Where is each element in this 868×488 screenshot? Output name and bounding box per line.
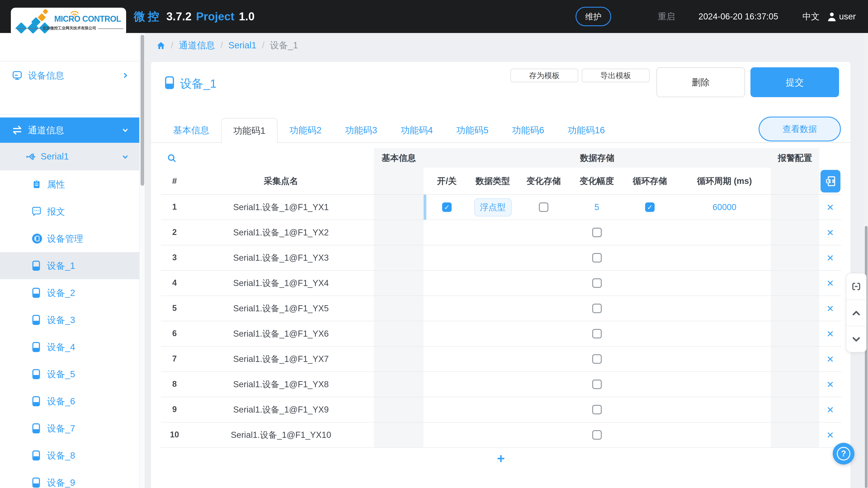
submit-button[interactable]: 提交 [750, 67, 839, 97]
delete-row-button[interactable]: ✕ [827, 354, 834, 364]
change-amplitude-value[interactable]: 5 [594, 202, 599, 212]
delete-row-button[interactable]: ✕ [827, 328, 834, 339]
delete-row-button[interactable]: ✕ [827, 278, 834, 289]
fit-icon [851, 281, 862, 292]
point-name[interactable]: Serial1.设备_1@F1_YX8 [233, 379, 329, 390]
point-name[interactable]: Serial1.设备_1@F1_YX3 [233, 252, 329, 264]
sidebar-item-attributes[interactable]: 属性 [0, 171, 145, 198]
sidebar-item-设备_6[interactable]: 设备_6 [0, 388, 145, 415]
help-button[interactable]: ? [833, 443, 855, 464]
delete-row-button[interactable]: ✕ [827, 404, 834, 415]
tab-功能码6[interactable]: 功能码6 [500, 118, 556, 143]
scroll-up-button[interactable] [846, 300, 866, 326]
row-index: 4 [172, 278, 177, 288]
change-amplitude-cell [572, 347, 622, 372]
point-name[interactable]: Serial1.设备_1@F1_YX6 [233, 328, 329, 339]
delete-cell: ✕ [819, 372, 841, 397]
delete-row-button[interactable]: ✕ [827, 429, 834, 440]
checkbox[interactable]: ✓ [645, 202, 655, 212]
checkbox[interactable] [592, 354, 601, 364]
sidebar-item-设备_4[interactable]: 设备_4 [0, 333, 145, 361]
tab-功能码4[interactable]: 功能码4 [389, 118, 445, 143]
checkbox[interactable] [592, 430, 601, 440]
scrollbar-thumb[interactable] [865, 226, 868, 488]
point-name[interactable]: Serial1.设备_1@F1_YX4 [233, 277, 329, 289]
tab-功能码5[interactable]: 功能码5 [445, 118, 500, 143]
sidebar-item-设备_9[interactable]: 设备_9 [0, 469, 145, 488]
add-point-button[interactable]: + [471, 450, 530, 468]
save-template-button[interactable]: 存为模板 [510, 69, 578, 82]
change-amplitude-cell: 5 [572, 195, 622, 220]
tab-功能码1[interactable]: 功能码1 [221, 118, 278, 143]
checkbox[interactable] [592, 329, 601, 338]
sidebar-item-label: 设备_8 [47, 449, 75, 462]
col-change-amplitude: 变化幅度 [580, 175, 614, 187]
breadcrumb-separator: / [220, 40, 223, 51]
tab-基本信息[interactable]: 基本信息 [161, 118, 221, 143]
home-icon[interactable] [156, 41, 165, 50]
checkbox[interactable] [592, 380, 601, 389]
view-data-button[interactable]: 查看数据 [758, 117, 841, 141]
scrollbar-thumb[interactable] [141, 35, 144, 186]
delete-row-button[interactable]: ✕ [827, 252, 834, 263]
sidebar-item-设备_5[interactable]: 设备_5 [0, 361, 145, 388]
excel-icon [825, 175, 836, 187]
onoff-cell [424, 372, 470, 397]
point-name[interactable]: Serial1.设备_1@F1_YX9 [233, 404, 329, 416]
tab-功能码3[interactable]: 功能码3 [333, 118, 389, 143]
tablet-icon [32, 287, 41, 298]
device-manage-icon [32, 233, 42, 244]
tab-功能码16[interactable]: 功能码16 [556, 118, 617, 143]
sidebar-item-serial1[interactable]: Serial1 [0, 143, 145, 170]
delete-row-button[interactable]: ✕ [827, 227, 834, 238]
checkbox[interactable] [592, 278, 601, 288]
search-icon[interactable] [167, 153, 177, 163]
sidebar-item-设备_2[interactable]: 设备_2 [0, 279, 145, 306]
change-amplitude-cell [572, 397, 622, 422]
breadcrumb-channel-info[interactable]: 通道信息 [179, 39, 215, 52]
breadcrumb-serial1[interactable]: Serial1 [228, 40, 256, 51]
data-type-tag[interactable]: 浮点型 [474, 198, 512, 216]
checkbox[interactable] [592, 228, 601, 237]
onoff-cell [424, 397, 470, 422]
sidebar-scrollbar[interactable] [139, 33, 145, 488]
restart-button[interactable]: 重启 [658, 0, 675, 33]
point-name[interactable]: Serial1.设备_1@F1_YX7 [233, 353, 329, 365]
sidebar-item-设备_3[interactable]: 设备_3 [0, 306, 145, 333]
sidebar-item-label: 设备_2 [47, 287, 75, 299]
sidebar-item-设备_7[interactable]: 设备_7 [0, 415, 145, 442]
language-switch[interactable]: 中文 [802, 0, 819, 33]
point-name[interactable]: Serial1.设备_1@F1_YX2 [233, 227, 329, 238]
tab-功能码2[interactable]: 功能码2 [278, 118, 333, 143]
basic-info-cell [374, 195, 424, 220]
chevron-down-icon [122, 127, 128, 133]
scroll-down-button[interactable] [846, 326, 866, 352]
point-name[interactable]: Serial1.设备_1@F1_YX10 [231, 429, 331, 441]
fit-view-button[interactable] [846, 273, 866, 300]
checkbox[interactable] [592, 405, 601, 414]
export-template-button[interactable]: 导出模板 [582, 69, 650, 82]
point-name[interactable]: Serial1.设备_1@F1_YX5 [233, 302, 329, 314]
sidebar-item-device-info[interactable]: 设备信息 [0, 65, 145, 86]
checkbox[interactable] [592, 304, 601, 313]
delete-row-button[interactable]: ✕ [827, 303, 834, 314]
checkbox[interactable]: ✓ [442, 202, 452, 212]
delete-row-button[interactable]: ✕ [827, 379, 834, 390]
sidebar-item-device-manage[interactable]: 设备管理 [0, 225, 145, 252]
point-name[interactable]: Serial1.设备_1@F1_YX1 [233, 201, 329, 213]
chevron-right-icon [122, 72, 128, 78]
sidebar-item-设备_8[interactable]: 设备_8 [0, 442, 145, 469]
checkbox[interactable] [592, 253, 601, 263]
sidebar-item-设备_1[interactable]: 设备_1 [0, 252, 145, 279]
export-excel-button[interactable] [820, 170, 840, 192]
user-menu[interactable]: user [827, 0, 856, 33]
sidebar-item-channel-info[interactable]: 通道信息 [0, 118, 145, 143]
checkbox[interactable] [539, 202, 548, 212]
maintain-button[interactable]: 维护 [576, 7, 611, 26]
delete-button[interactable]: 删除 [656, 67, 745, 97]
delete-row-button[interactable]: ✕ [827, 202, 834, 213]
delete-cell: ✕ [819, 195, 841, 220]
sidebar-item-messages[interactable]: 报文 [0, 198, 145, 225]
cycle-period-value[interactable]: 60000 [712, 202, 737, 212]
page-scrollbar[interactable] [864, 33, 868, 488]
